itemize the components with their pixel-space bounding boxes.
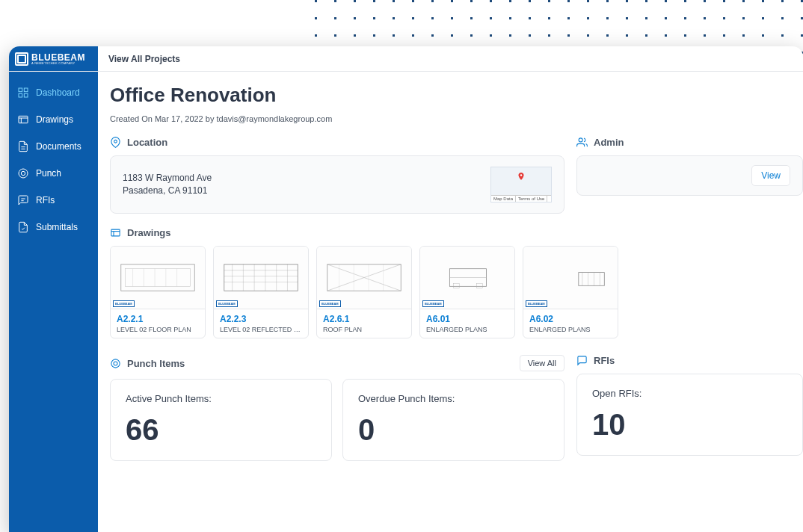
sidebar-item-label: Punch	[36, 168, 61, 179]
drawings-list: BLUEBEAM A2.2.1 LEVEL 02 FLOOR PLAN BLUE…	[110, 246, 803, 338]
sidebar-item-label: Drawings	[36, 114, 73, 125]
sidebar-item-documents[interactable]: Documents	[9, 133, 98, 160]
drawing-code: A6.01	[426, 314, 508, 324]
documents-icon	[17, 140, 29, 152]
page-title: Office Renovation	[110, 84, 803, 107]
svg-rect-0	[19, 88, 22, 92]
drawing-thumbnail: BLUEBEAM	[420, 247, 514, 309]
drawing-thumbnail: BLUEBEAM	[111, 247, 205, 309]
open-rfis-label: Open RFIs:	[592, 388, 787, 399]
submittals-icon	[17, 221, 29, 233]
svg-rect-16	[111, 229, 120, 236]
sidebar-item-punch[interactable]: Punch	[9, 160, 98, 187]
drawing-name: ROOF PLAN	[323, 326, 405, 333]
svg-rect-3	[24, 93, 28, 97]
rfis-icon	[17, 194, 29, 206]
active-punch-label: Active Punch Items:	[126, 393, 316, 404]
drawing-code: A6.02	[529, 314, 612, 324]
svg-point-13	[114, 140, 117, 143]
punch-icon	[17, 167, 29, 179]
open-rfis-card: Open RFIs: 10	[576, 374, 803, 456]
brand-name: BLUEBEAM	[31, 53, 85, 62]
punch-viewall-button[interactable]: View All	[520, 355, 564, 371]
svg-rect-1	[24, 88, 28, 92]
sidebar-item-rfis[interactable]: RFIs	[9, 187, 98, 214]
drawing-name: LEVEL 02 FLOOR PLAN	[117, 326, 199, 333]
brand-logo[interactable]: BLUEBEAM A NEMETSCHEK COMPANY	[9, 46, 98, 71]
app-window: BLUEBEAM A NEMETSCHEK COMPANY View All P…	[9, 46, 803, 532]
rfis-section-icon	[576, 355, 588, 366]
active-punch-value: 66	[126, 413, 316, 447]
svg-rect-47	[579, 273, 604, 286]
open-rfis-value: 10	[592, 408, 787, 442]
admin-view-button[interactable]: View	[751, 165, 790, 186]
drawing-name: ENLARGED PLANS	[529, 326, 612, 333]
location-heading: Location	[127, 137, 167, 148]
drawings-heading: Drawings	[127, 227, 171, 238]
overdue-punch-card: Overdue Punch Items: 0	[342, 379, 564, 461]
sidebar-item-dashboard[interactable]: Dashboard	[9, 79, 98, 106]
rfis-header: RFIs	[576, 355, 803, 366]
map-data-label: Map Data	[491, 196, 516, 202]
drawing-card[interactable]: BLUEBEAM A2.2.1 LEVEL 02 FLOOR PLAN	[110, 246, 206, 338]
sidebar-item-label: Submittals	[36, 222, 78, 232]
svg-point-10	[21, 171, 25, 175]
sidebar-item-label: RFIs	[36, 195, 55, 205]
drawings-header: Drawings	[110, 227, 803, 238]
svg-point-15	[579, 138, 582, 142]
svg-rect-45	[453, 283, 459, 288]
drawing-card[interactable]: BLUEBEAM A2.2.3 LEVEL 02 REFLECTED CEIL.…	[213, 246, 309, 338]
drawings-section-icon	[110, 227, 121, 238]
active-punch-card: Active Punch Items: 66	[110, 379, 332, 461]
location-card: 1183 W Raymond Ave Pasadena, CA 91101 Ma…	[110, 155, 564, 214]
location-address: 1183 W Raymond Ave Pasadena, CA 91101	[123, 172, 212, 197]
svg-rect-19	[121, 265, 194, 291]
dashboard-icon	[17, 87, 29, 99]
rfis-heading: RFIs	[594, 355, 615, 366]
admin-icon	[576, 137, 588, 148]
sidebar-item-label: Dashboard	[36, 87, 80, 98]
svg-rect-20	[126, 269, 191, 287]
drawing-code: A2.6.1	[323, 314, 405, 324]
overdue-punch-label: Overdue Punch Items:	[358, 393, 549, 404]
drawing-thumbnail: BLUEBEAM	[523, 247, 618, 309]
address-line1: 1183 W Raymond Ave	[123, 172, 212, 185]
punch-section-icon	[110, 358, 121, 369]
drawing-card[interactable]: BLUEBEAM A2.6.1 ROOF PLAN	[316, 246, 412, 338]
brand-text: BLUEBEAM A NEMETSCHEK COMPANY	[31, 53, 85, 65]
location-header: Location	[110, 137, 564, 148]
brand-tagline: A NEMETSCHEK COMPANY	[31, 62, 85, 65]
admin-header: Admin	[576, 137, 803, 148]
bluebeam-logo-icon	[15, 52, 28, 66]
sidebar-item-submittals[interactable]: Submittals	[9, 214, 98, 241]
sidebar: Dashboard Drawings Documents Punch RFIs …	[9, 72, 98, 532]
drawing-card[interactable]: BLUEBEAM A6.01 ENLARGED PLANS	[419, 246, 515, 338]
thumb-watermark: BLUEBEAM	[422, 300, 444, 307]
drawing-name: LEVEL 02 REFLECTED CEIL...	[220, 326, 302, 333]
drawing-code: A2.2.3	[220, 314, 302, 324]
drawing-thumbnail: BLUEBEAM	[214, 247, 308, 309]
map-pin-icon	[517, 170, 526, 182]
location-icon	[110, 137, 121, 148]
punch-header: Punch Items View All	[110, 355, 564, 371]
map-terms-label: Terms of Use	[516, 196, 547, 202]
admin-heading: Admin	[594, 137, 624, 148]
drawing-thumbnail: BLUEBEAM	[317, 247, 411, 309]
topbar: BLUEBEAM A NEMETSCHEK COMPANY View All P…	[9, 46, 803, 72]
svg-point-14	[520, 174, 523, 176]
main-content: Office Renovation Created On Mar 17, 202…	[98, 72, 803, 532]
drawings-icon	[17, 114, 29, 126]
svg-rect-2	[19, 93, 22, 97]
drawing-code: A2.2.1	[117, 314, 199, 324]
drawing-name: ENLARGED PLANS	[426, 326, 508, 333]
sidebar-item-drawings[interactable]: Drawings	[9, 106, 98, 133]
svg-point-53	[114, 362, 117, 365]
view-all-projects-link[interactable]: View All Projects	[98, 46, 191, 71]
overdue-punch-value: 0	[358, 413, 549, 447]
admin-card: View	[576, 155, 803, 196]
svg-point-9	[19, 169, 28, 178]
map-thumbnail[interactable]: Map Data Terms of Use	[490, 167, 552, 202]
address-line2: Pasadena, CA 91101	[123, 185, 212, 197]
svg-rect-4	[19, 116, 28, 123]
drawing-card[interactable]: BLUEBEAM A6.02 ENLARGED PLANS	[523, 246, 618, 338]
